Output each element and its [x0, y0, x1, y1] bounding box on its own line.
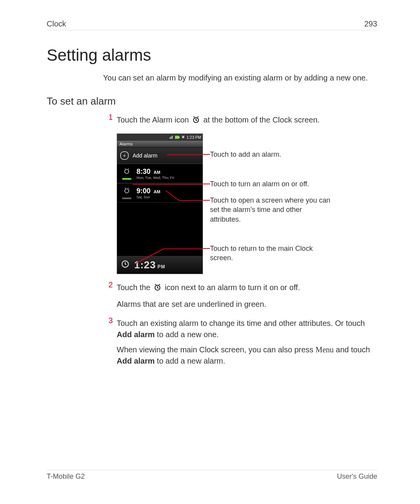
alarm-clock-icon: [192, 116, 200, 127]
alarm-1-ampm: AM: [154, 170, 160, 175]
step-1-text-b: at the bottom of the Clock screen.: [203, 116, 320, 124]
running-header: Clock 293: [47, 19, 377, 30]
alarm-2-ampm: AM: [154, 189, 160, 194]
add-alarm-label: Add alarm: [133, 152, 158, 159]
running-footer: T-Mobile G2 User's Guide: [47, 470, 377, 481]
alarm-row-1[interactable]: 8:30 AM Mon, Tue, Wed, Thu, Fri: [117, 164, 203, 183]
statusbar-alarm-icon: [181, 135, 185, 140]
step-2-line2: Alarms that are set are underlined in gr…: [117, 299, 377, 310]
alarm-on-indicator: [122, 178, 131, 180]
alarm-2-time: 9:00: [136, 187, 150, 195]
footer-doc-title: User's Guide: [337, 472, 377, 481]
step-2: 2 Touch the icon next to an alarm to tur…: [103, 280, 377, 314]
alarm-1-time: 8:30: [136, 168, 150, 175]
step-2-text-b: icon next to an alarm to turn it on or o…: [165, 283, 300, 292]
step-3-text-a: Touch an existing alarm to change its ti…: [117, 319, 365, 327]
phone-screenshot: 1:23 PM Alarms + Add alarm: [117, 133, 203, 274]
step-3-p2-a: When viewing the main Clock screen, you …: [117, 345, 315, 354]
add-alarm-row[interactable]: + Add alarm: [117, 147, 203, 164]
step-2-text-a: Touch the: [117, 283, 152, 292]
clock-footer-bar[interactable]: 1:23PM: [117, 256, 203, 274]
status-bar: 1:23 PM: [117, 134, 203, 141]
alarm-toggle-icon[interactable]: [123, 187, 130, 196]
svg-rect-2: [171, 136, 172, 139]
svg-point-6: [182, 136, 184, 138]
plus-icon: +: [120, 151, 129, 160]
menu-label: Menu: [315, 345, 334, 354]
intro-paragraph: You can set an alarm by modifying an exi…: [103, 72, 377, 84]
signal-icon: [170, 135, 173, 140]
callout-column: Touch to add an alarm. Touch to turn an …: [203, 133, 377, 274]
step-number: 2: [103, 280, 117, 314]
clock-icon: [121, 260, 130, 270]
footer-device: T-Mobile G2: [47, 472, 85, 481]
alarms-tab[interactable]: Alarms: [117, 141, 203, 147]
alarm-toggle-icon[interactable]: [123, 168, 130, 177]
step-number: 1: [103, 113, 117, 278]
header-section: Clock: [47, 19, 66, 28]
step-3-text-b: to add a new one.: [155, 330, 219, 339]
alarm-2-days: Sat, Sun: [136, 195, 160, 199]
svg-rect-3: [172, 136, 173, 139]
callout-leader: [203, 200, 210, 201]
svg-rect-4: [175, 136, 179, 139]
step-3-p2-c: to add a new alarm.: [155, 357, 225, 365]
callout-open-alarm: Touch to open a screen where you can set…: [210, 196, 334, 224]
alarm-row-2[interactable]: 9:00 AM Sat, Sun: [117, 183, 203, 203]
svg-point-7: [125, 169, 129, 173]
step-3-p2-b: and touch: [334, 345, 370, 354]
step-1: 1 Touch the Alarm icon at the bottom of …: [103, 113, 377, 278]
alarm-off-indicator: [122, 198, 131, 199]
svg-rect-1: [170, 137, 170, 139]
callout-add-alarm: Touch to add an alarm.: [210, 150, 281, 159]
footer-ampm: PM: [158, 264, 165, 270]
step-1-text-a: Touch the Alarm icon: [117, 116, 191, 124]
svg-point-8: [125, 189, 129, 193]
add-alarm-bold-2: Add alarm: [117, 357, 155, 365]
callout-toggle: Touch to turn an alarm on or off.: [210, 179, 309, 189]
alarm-1-days: Mon, Tue, Wed, Thu, Fri: [136, 176, 174, 180]
svg-rect-5: [179, 136, 180, 138]
header-page-number: 293: [364, 19, 377, 28]
footer-time: 1:23: [134, 259, 156, 271]
screenshot-figure: 1:23 PM Alarms + Add alarm: [117, 133, 377, 274]
alarm-clock-icon: [153, 283, 162, 295]
subheading: To set an alarm: [47, 95, 377, 107]
page-title: Setting alarms: [47, 46, 377, 65]
status-time: 1:23 PM: [187, 135, 201, 140]
battery-icon: [175, 135, 180, 140]
step-number: 3: [103, 316, 117, 371]
callout-leader: [203, 184, 210, 184]
document-page: Clock 293 Setting alarms You can set an …: [0, 0, 420, 504]
callout-leader: [203, 154, 210, 155]
callout-leader: [203, 248, 210, 249]
callout-return-clock: Touch to return to the main Clock screen…: [210, 244, 327, 263]
add-alarm-bold: Add alarm: [117, 330, 155, 339]
step-3: 3 Touch an existing alarm to change its …: [103, 316, 377, 371]
